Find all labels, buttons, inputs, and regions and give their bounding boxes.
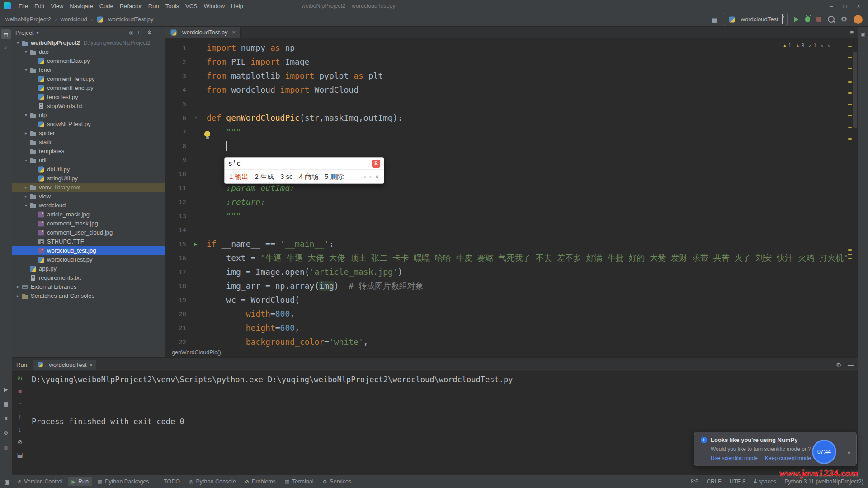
code-line[interactable]: 18 img_arr = np.array(img) # 转成图片数组对象 [165,279,858,293]
up-stack-trace-icon[interactable]: ↑ [19,413,22,420]
run-config-selector[interactable]: wordcloudTest ▾ [724,13,788,26]
status-tool-terminal[interactable]: ▥Terminal [281,477,317,486]
code-area[interactable]: 1import numpy as np2from PIL import Imag… [165,38,858,347]
status-tool-problems[interactable]: ⊘Problems [241,477,279,486]
tree-item[interactable]: stringUtil.py [12,174,165,183]
tab-list-icon[interactable]: ≡ [845,29,858,36]
tree-item[interactable]: article_mask.jpg [12,210,165,219]
status-tool-python-console[interactable]: ◎Python Console [185,477,240,486]
caret-position[interactable]: 8:5 [691,479,698,485]
code-line[interactable]: 21 height=600, [165,321,858,335]
tree-item[interactable]: ▾fenci [12,66,165,75]
editor-tab[interactable]: wordcloudTest.py × [165,27,241,38]
menu-vcs[interactable]: VCS [182,2,201,10]
tree-item[interactable]: ▾util [12,156,165,165]
tree-item[interactable]: comment_user_cloud.jpg [12,228,165,237]
breadcrumb-item[interactable]: weiboNlpProject2 [5,16,51,23]
code-line[interactable]: 17 img = Image.open('article_mask.jpg') [165,265,858,279]
project-stripe-icon[interactable]: ▤ [1,29,11,39]
code-line[interactable]: 14 [165,223,858,237]
tree-item[interactable]: stopWords.txt [12,102,165,111]
tree-item[interactable]: fenciTest.py [12,93,165,102]
line-separator[interactable]: CRLF [707,479,722,485]
menu-help[interactable]: Help [228,2,246,10]
menu-edit[interactable]: Edit [31,2,47,10]
tree-item[interactable]: commentFenci.py [12,84,165,93]
run-button[interactable] [794,17,799,22]
ime-candidate[interactable]: 4 商场 [299,173,319,181]
tree-item[interactable]: ▾weiboNlpProject2D:\yuqing\weiboNlpProje… [12,38,165,47]
collapse-all-icon[interactable]: ⊟ [138,29,142,36]
intention-bulb-icon[interactable] [204,131,210,137]
code-line[interactable]: 5 [165,97,858,111]
run-stripe-icon[interactable]: ▶ [1,385,11,394]
close-button[interactable]: × [853,3,864,9]
tree-item[interactable]: wordcloudTest.py [12,255,165,264]
tree-item[interactable]: ▾nlp [12,111,165,120]
fold-arrow-icon[interactable]: ▾ [191,111,201,125]
chevron-down-icon[interactable]: ▾ [36,30,38,35]
collapse-arrow-icon[interactable]: ▾ [23,156,29,165]
code-line[interactable]: 22 background_color='white', [165,335,858,347]
hide-panel-icon[interactable]: — [156,29,162,36]
expand-arrow-icon[interactable]: ▸ [23,183,29,192]
status-tool-version-control[interactable]: ↺Version Control [14,477,66,486]
clear-console-icon[interactable]: ⊘ [17,438,23,446]
editor-scrollbar[interactable] [853,52,857,128]
tree-item[interactable]: dbUtil.py [12,165,165,174]
collapse-arrow-icon[interactable]: ▾ [14,38,21,47]
stop-icon[interactable]: ■ [18,388,22,395]
tree-item[interactable]: ▾dao [12,47,165,56]
tree-item[interactable]: app.py [12,264,165,273]
tree-item[interactable]: comment_mask.jpg [12,219,165,228]
down-stack-trace-icon[interactable]: ↓ [19,426,22,433]
tree-item[interactable]: STHUPO.TTF [12,237,165,246]
project-panel-title[interactable]: Project [15,29,33,36]
expand-arrow-icon[interactable]: ▸ [23,129,29,138]
prev-problem-icon[interactable]: ∧ [820,43,824,49]
menu-window[interactable]: Window [201,2,228,10]
ime-candidate[interactable]: 1 输出 [229,173,249,181]
rerun-icon[interactable]: ↻ [17,375,23,382]
code-line[interactable]: 12 :return: [165,195,858,209]
expand-arrow-icon[interactable]: ▸ [23,192,29,201]
user-avatar[interactable] [854,15,863,24]
ime-candidate[interactable]: 5 删除 [325,173,344,181]
toolwindow-switcher-icon[interactable]: ▣ [5,479,10,485]
chevron-down-icon[interactable]: ∨ [847,450,851,456]
status-tool-services[interactable]: ⚙Services [319,477,355,486]
collapse-arrow-icon[interactable]: ▾ [23,47,29,56]
expand-arrow-icon[interactable]: ▸ [14,291,21,300]
status-tool-todo[interactable]: ≡TODO [155,477,184,486]
editor-breadcrumb[interactable]: genWordCloudPic() [172,349,221,356]
breadcrumb-item[interactable]: wordcloud [61,16,87,23]
tree-item[interactable]: ▾wordcloud [12,201,165,210]
tree-item[interactable]: ▸Scratches and Consoles [12,291,165,300]
menu-file[interactable]: File [15,2,31,10]
locate-file-icon[interactable]: ◎ [129,29,133,36]
notifications-bell-icon[interactable]: ◉ [858,29,868,39]
run-tab[interactable]: wordcloudTest × [33,360,96,370]
tree-item[interactable]: ▸venvlibrary root [12,183,165,192]
commit-stripe-icon[interactable]: ✓ [1,43,11,53]
tree-item[interactable]: wordcloud_test.jpg [12,246,165,255]
tree-item[interactable]: static [12,138,165,147]
tree-item[interactable]: requirements.txt [12,273,165,282]
layout-icon[interactable]: ≡ [18,400,22,408]
code-line[interactable]: 7 """ [165,125,858,139]
problems-stripe-icon[interactable]: ⊘ [1,428,11,438]
ime-candidate[interactable]: 2 生成 [255,173,274,181]
menu-tools[interactable]: Tools [162,2,182,10]
todo-stripe-icon[interactable]: ≡ [1,413,11,423]
tree-item[interactable]: ▸view [12,192,165,201]
tool-windows-icon[interactable]: ▦ [711,16,717,23]
ime-next-page-icon[interactable]: › [369,174,371,180]
use-scientific-mode-link[interactable]: Use scientific mode [711,455,758,461]
panel-settings-icon[interactable]: ⚙ [147,29,152,36]
tree-item[interactable]: ▸External Libraries [12,282,165,291]
inspections-widget[interactable]: ▲1▲8✓1∧∨ [782,42,831,49]
code-line[interactable]: 16 text = "牛逼 牛逼 大佬 大佬 顶土 张二 卡卡 嘿嘿 哈哈 牛皮… [165,251,858,265]
run-line-icon[interactable]: ▶ [191,237,201,251]
menu-view[interactable]: View [47,2,66,10]
weak-inspection-badge[interactable]: ▲8 [795,42,805,49]
